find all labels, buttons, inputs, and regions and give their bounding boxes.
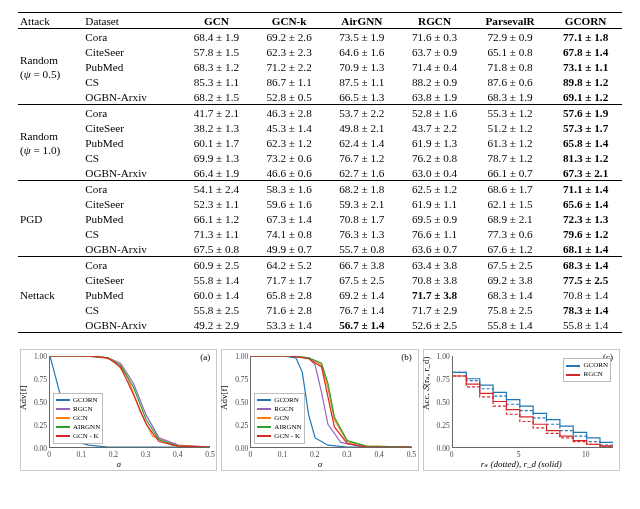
dataset-cell: CiteSeer [83, 196, 180, 211]
value-cell: 66.4 ± 1.9 [180, 165, 253, 181]
value-cell: 55.3 ± 1.2 [471, 105, 549, 121]
value-cell: 70.8 ± 1.7 [325, 211, 398, 226]
value-cell: 64.6 ± 1.6 [325, 44, 398, 59]
legend-item: GCN - K [56, 432, 100, 441]
value-cell: 78.3 ± 1.4 [549, 302, 622, 317]
legend-label: AIRGNN [73, 423, 100, 432]
value-cell: 68.3 ± 1.4 [471, 287, 549, 302]
value-cell: 66.1 ± 0.7 [471, 165, 549, 181]
legend-label: RGCN [274, 405, 293, 414]
value-cell: 52.6 ± 2.5 [398, 317, 471, 333]
legend-swatch [257, 426, 271, 428]
chart-ytick: 0.00 [436, 444, 450, 453]
chart-xlabel: σ [21, 459, 216, 469]
value-cell: 58.3 ± 1.6 [253, 181, 326, 197]
table-row: CS85.3 ± 1.186.7 ± 1.187.5 ± 1.188.2 ± 0… [18, 74, 622, 89]
value-cell: 60.1 ± 1.7 [180, 135, 253, 150]
value-cell: 65.6 ± 1.4 [549, 196, 622, 211]
col-gcn-k: GCN-k [253, 13, 326, 29]
chart-xtick: 0.1 [278, 450, 287, 459]
legend-label: GCN - K [274, 432, 300, 441]
attack-label: PGD [18, 181, 83, 257]
chart-legend: GCORNRGCN [563, 358, 611, 382]
col-gcn: GCN [180, 13, 253, 29]
chart-xtick: 0 [450, 450, 454, 459]
value-cell: 53.7 ± 2.2 [325, 105, 398, 121]
chart-ytick: 0.50 [436, 398, 450, 407]
table-row: PubMed60.0 ± 1.465.8 ± 2.869.2 ± 1.471.7… [18, 287, 622, 302]
value-cell: 67.3 ± 2.1 [549, 165, 622, 181]
value-cell: 77.5 ± 2.5 [549, 272, 622, 287]
table-row: CS69.9 ± 1.373.2 ± 0.676.7 ± 1.276.2 ± 0… [18, 150, 622, 165]
table-row: CiteSeer52.3 ± 1.159.6 ± 1.659.3 ± 2.161… [18, 196, 622, 211]
value-cell: 68.3 ± 1.2 [180, 59, 253, 74]
legend-swatch [56, 426, 70, 428]
value-cell: 68.2 ± 1.5 [180, 89, 253, 105]
chart-c: Acc. 𝓢(rₐ, r_d)rₐ (dotted), r_d (solid)(… [423, 349, 620, 471]
value-cell: 71.8 ± 0.8 [471, 59, 549, 74]
chart-xtick: 0.4 [173, 450, 182, 459]
value-cell: 46.6 ± 0.6 [253, 165, 326, 181]
value-cell: 63.7 ± 0.9 [398, 44, 471, 59]
value-cell: 55.8 ± 1.4 [471, 317, 549, 333]
table-row: CiteSeer38.2 ± 1.345.3 ± 1.449.8 ± 2.143… [18, 120, 622, 135]
value-cell: 71.2 ± 2.2 [253, 59, 326, 74]
value-cell: 69.1 ± 1.2 [549, 89, 622, 105]
value-cell: 52.8 ± 1.6 [398, 105, 471, 121]
value-cell: 74.1 ± 0.8 [253, 226, 326, 241]
legend-label: GCN [73, 414, 88, 423]
value-cell: 75.8 ± 2.5 [471, 302, 549, 317]
legend-item: GCN [257, 414, 301, 423]
chart-xtick: 0.3 [342, 450, 351, 459]
dataset-cell: PubMed [83, 211, 180, 226]
legend-item: GCN - K [257, 432, 301, 441]
chart-xtick: 0.2 [310, 450, 319, 459]
results-table: Attack Dataset GCN GCN-k AirGNN RGCN Par… [18, 12, 622, 333]
attack-label: Nettack [18, 257, 83, 333]
value-cell: 38.2 ± 1.3 [180, 120, 253, 135]
value-cell: 62.4 ± 1.4 [325, 135, 398, 150]
value-cell: 71.7 ± 3.8 [398, 287, 471, 302]
legend-label: GCN [274, 414, 289, 423]
value-cell: 66.7 ± 3.8 [325, 257, 398, 273]
value-cell: 63.0 ± 0.4 [398, 165, 471, 181]
value-cell: 55.7 ± 0.8 [325, 241, 398, 257]
dataset-cell: PubMed [83, 135, 180, 150]
chart-ylabel: Acc. 𝓢(rₐ, r_d) [420, 357, 431, 410]
value-cell: 76.2 ± 0.8 [398, 150, 471, 165]
table-row: PubMed60.1 ± 1.762.3 ± 1.262.4 ± 1.461.9… [18, 135, 622, 150]
value-cell: 69.2 ± 1.4 [325, 287, 398, 302]
legend-swatch [257, 417, 271, 419]
value-cell: 61.9 ± 1.1 [398, 196, 471, 211]
dataset-cell: Cora [83, 181, 180, 197]
value-cell: 68.6 ± 1.7 [471, 181, 549, 197]
value-cell: 79.6 ± 1.2 [549, 226, 622, 241]
value-cell: 68.9 ± 2.1 [471, 211, 549, 226]
table-row: OGBN-Arxiv66.4 ± 1.946.6 ± 0.662.7 ± 1.6… [18, 165, 622, 181]
legend-item: GCN [56, 414, 100, 423]
legend-label: GCN - K [73, 432, 99, 441]
legend-swatch [56, 417, 70, 419]
value-cell: 59.6 ± 1.6 [253, 196, 326, 211]
value-cell: 59.3 ± 2.1 [325, 196, 398, 211]
chart-ytick: 0.25 [436, 421, 450, 430]
chart-xtick: 0 [248, 450, 252, 459]
dataset-cell: OGBN-Arxiv [83, 317, 180, 333]
chart-xtick: 0.5 [407, 450, 416, 459]
chart-xtick: 5 [517, 450, 521, 459]
chart-xtick: 0 [47, 450, 51, 459]
value-cell: 65.8 ± 1.4 [549, 135, 622, 150]
value-cell: 66.1 ± 1.2 [180, 211, 253, 226]
value-cell: 55.8 ± 2.5 [180, 302, 253, 317]
value-cell: 67.3 ± 1.4 [253, 211, 326, 226]
value-cell: 73.2 ± 0.6 [253, 150, 326, 165]
value-cell: 64.2 ± 5.2 [253, 257, 326, 273]
value-cell: 62.3 ± 2.3 [253, 44, 326, 59]
value-cell: 57.3 ± 1.7 [549, 120, 622, 135]
dataset-cell: Cora [83, 105, 180, 121]
value-cell: 62.1 ± 1.5 [471, 196, 549, 211]
dataset-cell: OGBN-Arxiv [83, 165, 180, 181]
value-cell: 86.7 ± 1.1 [253, 74, 326, 89]
chart-ytick: 1.00 [234, 352, 248, 361]
dataset-cell: PubMed [83, 59, 180, 74]
